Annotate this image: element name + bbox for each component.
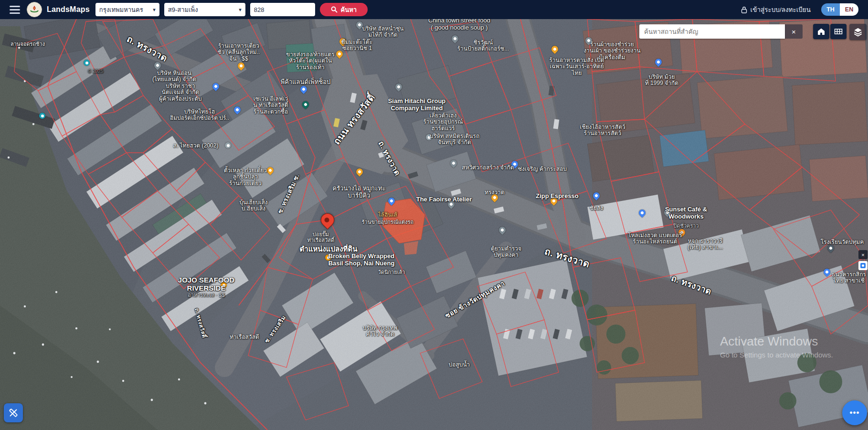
home-extent-button[interactable] [813, 24, 829, 39]
province-select[interactable]: กรุงเทพมหานคร ▾ [95, 3, 159, 16]
map-marker-grey-pin[interactable] [355, 20, 364, 30]
app-header: LandsMaps กรุงเทพมหานคร ▾ ส9-สามเพ็ง ▾ ค… [0, 0, 868, 19]
map-marker-grey-pin[interactable] [394, 82, 403, 92]
map-marker-grey-pin[interactable] [446, 199, 456, 209]
login-register-label: เข้าสู่ระบบ/ลงทะเบียน [751, 4, 811, 15]
map-marker-grey-pin[interactable] [153, 61, 162, 70]
map-marker-grey-pin[interactable] [498, 225, 507, 235]
language-toggle: TH EN [821, 3, 858, 16]
map-marker-grey-pin[interactable] [663, 208, 672, 217]
chevron-down-icon: ▾ [239, 7, 242, 13]
lock-icon [741, 6, 747, 13]
layers-button[interactable] [849, 24, 867, 40]
province-select-value: กรุงเทพมหานคร [99, 5, 143, 15]
measure-tools-button[interactable] [4, 403, 23, 422]
pencil-ruler-icon [8, 407, 19, 419]
more-tools-button[interactable]: ••• [842, 400, 867, 425]
map-marker-blue-pin[interactable] [299, 84, 308, 94]
grid-view-button[interactable] [830, 24, 847, 39]
map-marker-blue-pin[interactable] [211, 82, 221, 91]
map-marker-orange-pin[interactable] [677, 228, 687, 237]
lang-en-button[interactable]: EN [840, 3, 858, 16]
map-marker-yellow-pin[interactable] [355, 167, 364, 177]
lang-th-button[interactable]: TH [821, 3, 840, 16]
garuda-emblem-icon [29, 4, 40, 15]
poi-clear-button[interactable]: × [785, 24, 803, 39]
chevron-down-icon: ▾ [153, 7, 156, 13]
map-marker-grey-pin[interactable] [449, 158, 458, 168]
map-marker-teal-pin[interactable] [301, 100, 310, 109]
map-marker-teal-circle-pin[interactable] [84, 60, 90, 66]
map-marker-yellow-pin[interactable] [490, 193, 499, 202]
map-marker-yellow-pin[interactable] [335, 49, 344, 59]
poi-search-input[interactable] [639, 24, 785, 39]
map-marker-blue-pin[interactable] [233, 105, 242, 115]
map-marker-grey-pin[interactable] [584, 36, 593, 45]
map-marker-blue-pin[interactable] [387, 196, 396, 206]
map-sheet-select-value: ส9-สามเพ็ง [168, 5, 198, 15]
map-sheet-select[interactable]: ส9-สามเพ็ง ▾ [164, 3, 245, 16]
layers-icon [853, 27, 863, 37]
map-marker-grey-pin[interactable] [450, 34, 460, 43]
landsmaps-logo [27, 2, 42, 17]
edge-close-icon[interactable]: × [858, 250, 868, 259]
map-marker-grey-circle-pin[interactable] [225, 142, 231, 148]
map-marker-grey-circle-pin[interactable] [426, 134, 432, 140]
map-marker-orange-circle-pin[interactable] [221, 282, 227, 288]
menu-icon[interactable] [10, 6, 20, 14]
map-marker-orange-circle-pin[interactable] [325, 254, 331, 261]
map-marker-yellow-pin[interactable] [549, 196, 559, 206]
poi-markers-layer [0, 0, 868, 430]
poi-search: × [639, 24, 803, 39]
map-marker-teal-circle-pin[interactable] [39, 113, 45, 119]
map-marker-yellow-pin[interactable] [550, 44, 560, 54]
login-register-link[interactable]: เข้าสู่ระบบ/ลงทะเบียน [741, 4, 811, 15]
map-marker-blue-pin[interactable] [654, 57, 663, 67]
search-button[interactable]: ค้นหา [320, 3, 368, 16]
search-button-label: ค้นหา [341, 5, 357, 15]
map-marker-yellow-pin[interactable] [236, 61, 246, 71]
map-marker-blue-pin[interactable] [822, 267, 832, 277]
edge-media-icon[interactable] [858, 261, 868, 270]
map-marker-blue-pin[interactable] [637, 208, 647, 218]
search-icon [331, 6, 338, 13]
satellite-map[interactable]: ลานจอดรถช้างถ. ทรงวาดเวนิลา.บริษัท หินอ่… [0, 0, 868, 430]
map-marker-blue-pin[interactable] [510, 159, 519, 169]
map-marker-dark-pin[interactable] [826, 243, 836, 253]
app-title: LandsMaps [47, 5, 90, 14]
map-marker-yellow-pin[interactable] [265, 166, 275, 175]
grid-icon [834, 27, 843, 36]
map-marker-yellow-pin[interactable] [338, 37, 348, 46]
map-marker-blue-pin[interactable] [592, 191, 601, 200]
home-icon [816, 27, 826, 36]
parcel-number-input[interactable] [250, 3, 315, 16]
